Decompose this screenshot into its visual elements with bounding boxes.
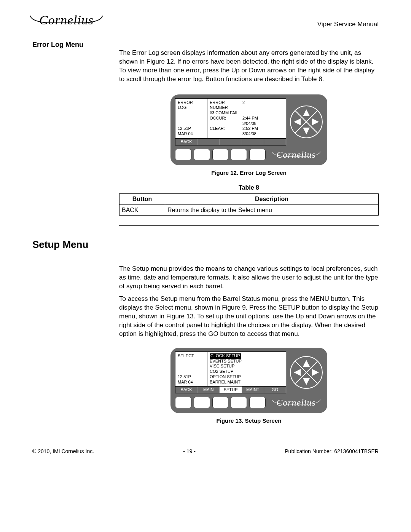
lcd-date: MAR 04 — [178, 131, 205, 137]
section2-rule — [119, 260, 379, 260]
error-log-paragraph: The Error Log screen displays informatio… — [119, 49, 379, 84]
footer-publication: Publication Number: 621360041TBSER — [285, 448, 379, 455]
control-panel: SELECT 12:51P MAR 04 CLOCK SETUPEVENTS S… — [170, 348, 327, 414]
hw-button-2[interactable] — [194, 397, 210, 408]
lcd-time: 12:51P — [178, 374, 205, 380]
softkey-label — [198, 139, 220, 145]
lcd-field-label: ERROR NUMBER — [210, 100, 240, 111]
figure-13-caption: Figure 13. Setup Screen — [119, 417, 379, 425]
hardware-buttons — [175, 149, 266, 160]
figure-13: SELECT 12:51P MAR 04 CLOCK SETUPEVENTS S… — [170, 348, 327, 414]
table-row: BACKReturns the display to the Select me… — [119, 204, 379, 216]
softkey-row: BACKMAINSETUPMAINTGO — [175, 387, 286, 393]
dpad[interactable] — [290, 356, 323, 389]
arrow-down-icon[interactable] — [303, 378, 310, 385]
dpad[interactable] — [290, 105, 323, 138]
lcd-field-label: OCCUR: — [210, 116, 240, 121]
table-cell: Returns the display to the Select menu — [165, 204, 379, 216]
heading-error-log: Error Log Menu — [32, 40, 108, 49]
page-header: Cornelius Viper Service Manual — [32, 11, 379, 29]
table-header-description: Description — [165, 193, 379, 204]
lcd-field-value: 2:52 PM — [242, 126, 284, 131]
arrow-down-icon[interactable] — [303, 128, 310, 134]
lcd-field-value: 2:44 PM — [242, 116, 284, 121]
arrow-right-icon[interactable] — [312, 118, 319, 125]
lcd-field-label: CLEAR: — [210, 126, 240, 131]
table-8: Button Description BACKReturns the displ… — [119, 193, 379, 216]
header-rule — [32, 33, 379, 33]
table-cell: BACK — [119, 204, 165, 216]
doc-title: Viper Service Manual — [317, 20, 379, 29]
figure-12: ERROR LOG 12:51P MAR 04 ERROR NUMBER2#3 … — [170, 94, 327, 165]
menu-item: VISC SETUP — [210, 364, 284, 369]
figure-12-caption: Figure 12. Error Log Screen — [119, 169, 379, 177]
control-panel: ERROR LOG 12:51P MAR 04 ERROR NUMBER2#3 … — [170, 94, 327, 165]
arrow-right-icon[interactable] — [312, 369, 319, 376]
heading-setup-menu: Setup Menu — [32, 238, 379, 251]
hw-button-3[interactable] — [212, 149, 229, 160]
lcd-date: MAR 04 — [178, 380, 205, 385]
lcd-time: 12:51P — [178, 126, 205, 131]
menu-item: EVENTS SETUP — [210, 359, 284, 364]
footer-copyright: © 2010, IMI Cornelius Inc. — [32, 448, 94, 455]
section-end-rule — [119, 225, 379, 226]
arrow-left-icon[interactable] — [294, 118, 301, 125]
hw-button-1[interactable] — [175, 397, 191, 408]
panel-brand-logo: Cornelius — [273, 396, 319, 409]
softkey-label: MAIN — [198, 387, 220, 393]
softkey-label: BACK — [175, 139, 198, 145]
section-rule — [119, 44, 379, 44]
lcd-screen: ERROR LOG 12:51P MAR 04 ERROR NUMBER2#3 … — [175, 98, 286, 139]
hw-button-5[interactable] — [249, 149, 266, 160]
softkey-label — [220, 139, 242, 145]
hw-button-4[interactable] — [231, 149, 247, 160]
hardware-buttons — [175, 397, 266, 408]
menu-item: CO2 SETUP — [210, 369, 284, 374]
lcd-field-value: 2 — [242, 100, 284, 111]
menu-item: OPTION SETUP — [210, 374, 284, 380]
hw-button-2[interactable] — [194, 149, 210, 160]
softkey-label: GO — [264, 387, 286, 393]
arrow-up-icon[interactable] — [303, 109, 310, 116]
hw-button-4[interactable] — [231, 397, 247, 408]
section-error-log: Error Log Menu The Error Log screen disp… — [32, 40, 379, 85]
lcd-field-value: 3/04/08 — [242, 121, 284, 126]
lcd-mode-label: SELECT — [175, 352, 207, 360]
lcd-field-value — [242, 110, 284, 116]
footer-page-number: - 19 - — [183, 448, 196, 455]
lcd-field-label — [210, 121, 240, 126]
table-8-caption: Table 8 — [119, 184, 379, 192]
lcd-field-label: #3 COMM FAIL — [210, 110, 240, 116]
softkey-row: BACK — [175, 139, 286, 145]
softkey-label — [242, 139, 264, 145]
arrow-up-icon[interactable] — [303, 360, 310, 367]
setup-paragraph-2: To access the Setup menu from the Barrel… — [119, 295, 379, 339]
page-footer: © 2010, IMI Cornelius Inc. - 19 - Public… — [32, 448, 379, 455]
lcd-field-value: 3/04/08 — [242, 131, 284, 137]
panel-brand-logo: Cornelius — [273, 149, 319, 161]
lcd-field-label — [210, 131, 240, 137]
lcd-mode-label: ERROR LOG — [175, 99, 207, 112]
hw-button-3[interactable] — [212, 397, 229, 408]
setup-paragraph-1: The Setup menu provides the means to cha… — [119, 265, 379, 291]
lcd-body: ERROR NUMBER2#3 COMM FAILOCCUR:2:44 PM3/… — [210, 100, 284, 137]
table-header-button: Button — [119, 193, 165, 204]
softkey-label: MAINT — [242, 387, 264, 393]
softkey-label: SETUP — [220, 387, 242, 393]
lcd-menu: CLOCK SETUPEVENTS SETUPVISC SETUPCO2 SET… — [207, 352, 286, 387]
brand-logo: Cornelius — [32, 11, 100, 29]
menu-item: BARREL MAINT — [210, 380, 284, 385]
hw-button-5[interactable] — [249, 397, 266, 408]
hw-button-1[interactable] — [175, 149, 191, 160]
lcd-screen: SELECT 12:51P MAR 04 CLOCK SETUPEVENTS S… — [175, 351, 286, 387]
softkey-label — [264, 139, 286, 145]
softkey-label: BACK — [175, 387, 198, 393]
menu-item: CLOCK SETUP — [210, 353, 284, 359]
arrow-left-icon[interactable] — [294, 369, 301, 376]
